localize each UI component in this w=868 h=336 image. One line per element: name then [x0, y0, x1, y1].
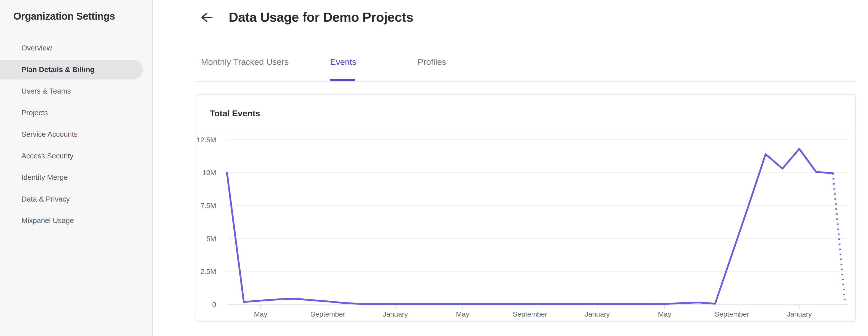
total-events-line: [227, 149, 833, 304]
tab-events[interactable]: Events: [330, 57, 356, 67]
x-axis-label: September: [715, 310, 749, 318]
card-title: Total Events: [210, 109, 260, 118]
sidebar-item-overview[interactable]: Overview: [0, 37, 153, 59]
arrow-left-icon: [199, 21, 213, 25]
tab-profiles[interactable]: Profiles: [417, 57, 446, 67]
events-chart: 02.5M5M7.5M10M12.5MMaySeptemberJanuaryMa…: [195, 133, 855, 322]
sidebar-item-plan-details-billing[interactable]: Plan Details & Billing: [0, 60, 143, 80]
x-axis-label: September: [513, 310, 547, 318]
sidebar-title: Organization Settings: [13, 10, 115, 22]
x-axis-label: May: [456, 310, 469, 318]
organization-settings-sidebar: Organization Settings OverviewPlan Detai…: [0, 0, 153, 336]
total-events-card: Total Events 02.5M5M7.5M10M12.5MMaySepte…: [195, 94, 856, 322]
page-title: Data Usage for Demo Projects: [229, 9, 413, 25]
x-axis-label: January: [585, 310, 610, 318]
tab-monthly-tracked-users[interactable]: Monthly Tracked Users: [201, 57, 289, 67]
sidebar-item-data-privacy[interactable]: Data & Privacy: [0, 188, 153, 210]
tabs-divider: [195, 81, 856, 82]
y-axis-label: 0: [212, 301, 216, 308]
sidebar-item-projects[interactable]: Projects: [0, 102, 153, 124]
x-axis-label: May: [254, 310, 267, 318]
x-axis-label: January: [383, 310, 408, 318]
back-button[interactable]: [199, 11, 213, 24]
x-axis-label: May: [658, 310, 671, 318]
sidebar-item-identity-merge[interactable]: Identity Merge: [0, 167, 153, 188]
y-axis-label: 10M: [203, 169, 216, 177]
sidebar-item-service-accounts[interactable]: Service Accounts: [0, 124, 153, 145]
x-axis-label: September: [311, 310, 345, 318]
active-tab-indicator: [330, 79, 355, 81]
y-axis-label: 2.5M: [200, 268, 216, 275]
sidebar-item-users-teams[interactable]: Users & Teams: [0, 81, 153, 102]
sidebar-nav: OverviewPlan Details & BillingUsers & Te…: [0, 37, 153, 232]
sidebar-item-mixpanel-usage[interactable]: Mixpanel Usage: [0, 210, 153, 232]
sidebar-item-access-security[interactable]: Access Security: [0, 145, 153, 167]
x-axis-label: January: [787, 310, 812, 318]
y-axis-label: 7.5M: [200, 202, 216, 210]
y-axis-label: 12.5M: [196, 136, 216, 144]
y-axis-label: 5M: [206, 235, 216, 243]
projection-dotted-line: [833, 173, 845, 300]
card-header: Total Events: [195, 95, 855, 132]
